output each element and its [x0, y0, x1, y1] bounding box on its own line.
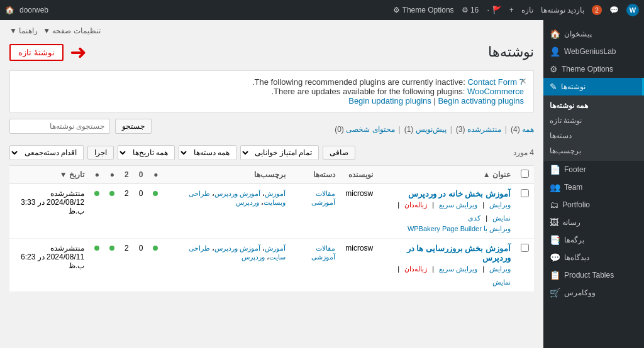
sidebar-item-footer[interactable]: Footer 📄: [543, 161, 644, 178]
row2-view-link[interactable]: نمایش: [492, 278, 511, 286]
contact-form-link[interactable]: Contact Form 7: [467, 77, 524, 87]
row2-trash-link[interactable]: زباله‌دان: [404, 265, 427, 273]
sidebar-sub-new-post[interactable]: نوشتهٔ تازه: [543, 113, 644, 128]
sidebar-item-footer-label: Footer: [564, 165, 586, 174]
sidebar-item-woocommerce[interactable]: ووکامرس 🛒: [543, 284, 644, 302]
row2-category-link[interactable]: مقالات آموزشی: [311, 244, 335, 261]
row2-date-cell: منتشرشده 2024/08/11 در 6:23 ب.ظ: [9, 239, 89, 292]
select-all-checkbox[interactable]: [521, 170, 529, 178]
main-content: تنظیمات صفحه ▼ راهنما ▼ نوشته‌ها ➜ نوشته…: [0, 20, 543, 348]
new-post-button[interactable]: نوشتهٔ تازه: [9, 44, 64, 61]
row2-dot1: [104, 239, 119, 292]
row1-tag1[interactable]: آموزش: [265, 190, 286, 197]
row1-tag4[interactable]: وردپرس: [236, 198, 259, 206]
row1-actions: ویرایش | ویرایش سریع | زباله‌دان | نمایش…: [383, 201, 511, 222]
row1-code-link[interactable]: کدی: [468, 214, 480, 222]
page-title: نوشته‌ها: [488, 44, 534, 60]
row2-edit-link[interactable]: ویرایش: [489, 265, 511, 273]
row2-tag1[interactable]: آموزش: [265, 244, 286, 252]
sidebar-item-dashboard[interactable]: پیشخوان 🏠: [543, 25, 644, 43]
row1-edit-link[interactable]: ویرایش: [489, 201, 511, 209]
filter-button[interactable]: صافی: [323, 146, 355, 160]
sidebar-item-theme-options-label: Theme Options: [562, 65, 613, 73]
sidebar-item-webgeniuslab-label: WebGeniusLab: [564, 47, 616, 56]
col-date[interactable]: تاریخ ▼: [9, 166, 89, 184]
row1-title-link[interactable]: آموزش بخش خانه در وردپرس: [408, 189, 511, 198]
tab-private[interactable]: محتوای شخصی (0): [335, 125, 394, 134]
col-categories: دسته‌ها: [291, 166, 340, 184]
row2-checkbox[interactable]: [516, 239, 534, 292]
search-button[interactable]: جستجو: [115, 119, 152, 134]
sidebar-item-media-label: رسانه: [562, 218, 580, 227]
row1-col6: 0: [134, 184, 148, 239]
col-status: ●: [148, 166, 163, 184]
admin-bar-home-icon[interactable]: 🏠: [5, 6, 14, 14]
product-tables-icon: 📋: [550, 270, 560, 280]
readability-select[interactable]: تمام امتیاز خوانایی: [240, 145, 319, 160]
row1-tag2[interactable]: آموزش وردپرس: [214, 190, 260, 197]
team-icon: 👥: [550, 182, 560, 192]
row1-quick-edit-link[interactable]: ویرایش سریع: [439, 201, 477, 209]
admin-bar-posts-link[interactable]: بازدید نوشته‌ها: [541, 6, 584, 14]
row1-wpbakery-link[interactable]: ویرایش با WPBakery Page Builder: [408, 225, 511, 233]
admin-bar-theme-options[interactable]: Theme Options ⚙: [393, 6, 453, 14]
search-row: جستجو: [9, 119, 152, 134]
apply-button[interactable]: اجرا: [87, 146, 114, 160]
top-nav: تنظیمات صفحه ▼ راهنما ▼: [9, 26, 534, 35]
wp-logo-icon[interactable]: W: [626, 4, 639, 16]
sidebar-item-portfolio[interactable]: Portfolio 🗂: [543, 196, 644, 214]
admin-bar-comments[interactable]: 💬: [609, 6, 619, 14]
admin-bar-plus[interactable]: +: [509, 6, 514, 14]
sidebar-sub-posts: همه نوشته‌ها نوشتهٔ تازه دسته‌ها برچسب‌ه…: [543, 95, 644, 161]
sidebar-sub-categories[interactable]: دسته‌ها: [543, 128, 644, 143]
admin-bar-new[interactable]: تازه: [521, 6, 533, 14]
begin-activating-link[interactable]: Begin activating plugins: [438, 96, 524, 106]
admin-bar-zero[interactable]: 🚩 ۰: [486, 6, 501, 14]
sidebar-item-posts[interactable]: نوشته‌ها ✎: [543, 78, 644, 95]
sidebar-item-comments[interactable]: دیدگاه‌ها 💬: [543, 249, 644, 266]
notice-close-btn[interactable]: ✕: [519, 76, 527, 86]
sidebar-item-webgeniuslab[interactable]: WebGeniusLab 👤: [543, 43, 644, 60]
categories-select[interactable]: همه دسته‌ها: [179, 145, 236, 160]
sidebar-item-pages[interactable]: برگه‌ها 📑: [543, 231, 644, 249]
row1-checkbox[interactable]: [516, 184, 534, 239]
col-title[interactable]: عنوان ▲: [378, 166, 516, 184]
admin-bar: W 💬 2 بازدید نوشته‌ها تازه + 🚩 ۰ 16 ⚙ Th…: [0, 0, 644, 20]
row2-title-link[interactable]: آموزش بخش بروزرسایی ها در وردپرس: [407, 244, 511, 263]
row1-date-text: 2024/08/12 در 3:33 ب.ظ: [14, 198, 84, 215]
tab-draft[interactable]: پیش‌نویس (1): [404, 125, 447, 134]
table-row: آموزش بخش خانه در وردپرس ویرایش | ویرایش…: [9, 184, 534, 239]
woocommerce-link[interactable]: WooCommerce: [467, 87, 524, 96]
row1-category-link[interactable]: مقالات آموزشی: [311, 190, 335, 206]
row1-category: مقالات آموزشی: [291, 184, 340, 239]
dates-select[interactable]: همه تاریخ‌ها: [118, 145, 175, 160]
posts-icon: ✎: [550, 82, 557, 92]
sidebar-sub-all-posts[interactable]: همه نوشته‌ها: [543, 98, 644, 113]
pages-icon: 📑: [550, 235, 560, 245]
page-header: نوشته‌ها ➜ نوشتهٔ تازه: [9, 40, 534, 64]
sidebar-item-theme-options[interactable]: Theme Options ⚙: [543, 60, 644, 78]
sidebar-sub-tags[interactable]: برچسب‌ها: [543, 143, 644, 158]
sidebar-item-media[interactable]: رسانه 🖼: [543, 214, 644, 231]
search-input[interactable]: [9, 119, 110, 134]
filters-bar: همه (4) | منتشرشده (3) | پیش‌نویس (1) | …: [9, 119, 534, 140]
row1-view-link[interactable]: نمایش: [492, 214, 511, 222]
tab-all[interactable]: همه (4): [511, 125, 534, 134]
comments-icon: 💬: [550, 253, 560, 263]
row2-quick-edit-link[interactable]: ویرایش سریع: [439, 265, 477, 273]
admin-bar-badge[interactable]: 2: [592, 5, 602, 15]
begin-updating-link[interactable]: Begin updating plugins: [348, 96, 431, 106]
admin-bar-updates[interactable]: 16 ⚙: [462, 6, 479, 14]
help-btn[interactable]: راهنما ▼: [9, 26, 38, 35]
sidebar-item-team[interactable]: Team 👥: [543, 178, 644, 196]
row2-tag2[interactable]: آموزش وردپرس: [214, 244, 260, 252]
row2-tag4[interactable]: وردپرس: [242, 253, 265, 261]
page-settings-btn[interactable]: تنظیمات صفحه ▼: [43, 26, 101, 35]
row1-trash-link[interactable]: زباله‌دان: [404, 201, 427, 209]
admin-bar-site-name[interactable]: doorweb: [19, 6, 48, 14]
tab-published[interactable]: منتشرشده (3): [456, 125, 501, 134]
page-header-actions: ➜ نوشتهٔ تازه: [9, 40, 87, 64]
bulk-action-select[interactable]: اقدام دسته‌جمعی: [9, 145, 84, 160]
row1-author: microsw: [340, 184, 378, 239]
sidebar-item-product-tables[interactable]: Product Tables 📋: [543, 266, 644, 284]
